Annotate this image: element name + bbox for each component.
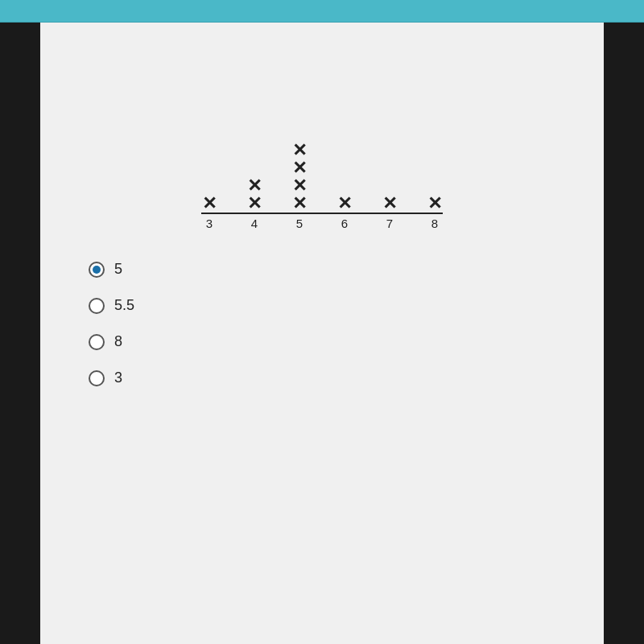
- plot-column: ✕: [382, 142, 398, 213]
- data-point-x: ✕: [292, 177, 307, 195]
- data-point-x: ✕: [382, 195, 397, 213]
- plot-column: ✕✕✕✕: [291, 142, 308, 213]
- plot-column: ✕: [201, 142, 217, 213]
- data-point-x: ✕: [247, 177, 262, 195]
- x-labels: 345678: [201, 217, 443, 230]
- data-point-x: ✕: [292, 195, 307, 213]
- radio-button[interactable]: [89, 370, 105, 386]
- plot-column: ✕✕: [246, 142, 262, 213]
- x-axis-label: 6: [336, 217, 353, 230]
- radio-button[interactable]: [89, 298, 105, 314]
- data-point-x: ✕: [292, 159, 307, 177]
- data-point-x: ✕: [337, 195, 352, 213]
- opt-5[interactable]: 5: [89, 261, 555, 278]
- plot-column: ✕: [427, 142, 443, 213]
- x-axis-label: 5: [291, 217, 308, 230]
- data-point-x: ✕: [247, 195, 262, 213]
- opt-5.5[interactable]: 5.5: [89, 297, 555, 314]
- option-label: 3: [114, 369, 122, 386]
- option-label: 5.5: [114, 297, 134, 314]
- top-bar: [0, 0, 644, 23]
- plot-area: 345678 ✕✕✕✕✕✕✕✕✕✕: [193, 108, 451, 237]
- x-axis-label: 7: [382, 217, 398, 230]
- x-axis-label: 8: [427, 217, 443, 230]
- option-label: 8: [114, 333, 122, 350]
- plot-column: ✕: [336, 142, 353, 213]
- x-axis-label: 3: [201, 217, 217, 230]
- x-axis-line: [201, 213, 443, 214]
- opt-3[interactable]: 3: [89, 369, 555, 386]
- data-point-x: ✕: [427, 195, 442, 213]
- answer-options: 55.583: [89, 261, 555, 386]
- data-point-x: ✕: [292, 142, 307, 159]
- radio-selected-indicator: [93, 266, 101, 274]
- option-label: 5: [114, 261, 122, 278]
- opt-8[interactable]: 8: [89, 333, 555, 350]
- main-content: 345678 ✕✕✕✕✕✕✕✕✕✕ 55.583: [40, 23, 604, 644]
- data-point-x: ✕: [202, 195, 217, 213]
- columns-wrapper: ✕✕✕✕✕✕✕✕✕✕: [201, 142, 443, 213]
- chart-container: 345678 ✕✕✕✕✕✕✕✕✕✕: [89, 77, 555, 237]
- radio-button[interactable]: [89, 334, 105, 350]
- radio-button[interactable]: [89, 262, 105, 278]
- x-axis-label: 4: [246, 217, 262, 230]
